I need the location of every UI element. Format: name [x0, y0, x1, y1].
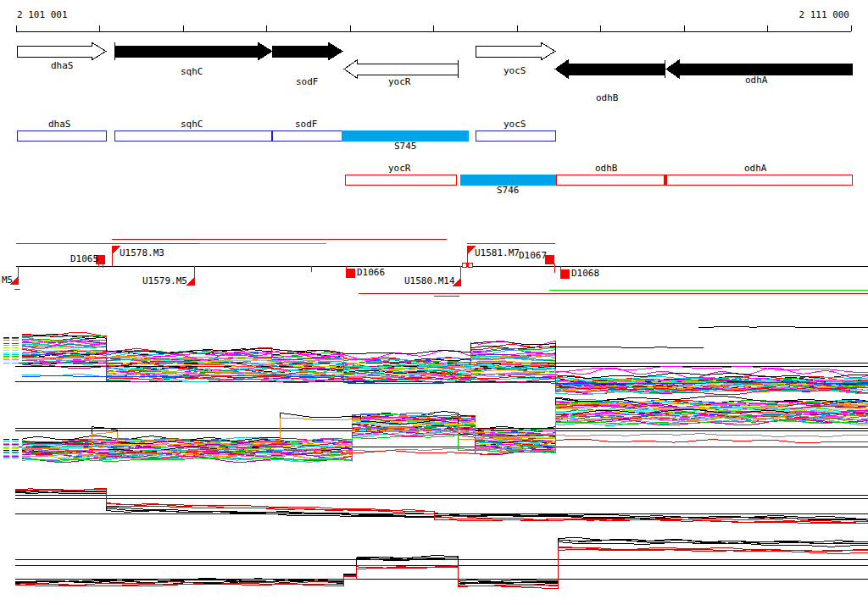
- gene-label-sqhC: sqhC: [181, 66, 203, 77]
- unit-box-odhA[interactable]: [667, 175, 853, 186]
- probe-label-U1580.M14: U1580.M14: [404, 275, 455, 286]
- unit-box-yocR[interactable]: [346, 175, 457, 186]
- forward-signal-experiment-outlier-trace-6: [555, 347, 704, 348]
- probe-label-M5: M5: [2, 275, 13, 286]
- unit-box-yocS[interactable]: [476, 131, 556, 142]
- unit-label-sqhC-sodF: sodF: [295, 119, 318, 130]
- reverse-signal-control-trace-3: [15, 540, 868, 585]
- probe-mini-square-1: [468, 263, 472, 267]
- unit-label-yocR: yocR: [388, 163, 411, 174]
- reverse-signal-control-trace-5: [15, 547, 868, 586]
- unit-label-S745: S745: [394, 141, 417, 152]
- probe-label-D1066: D1066: [357, 267, 385, 278]
- gene-arrow-sodF[interactable]: [272, 42, 342, 60]
- unit-box-dhaS[interactable]: [18, 131, 107, 142]
- unit-thick-edge-odhA: [664, 175, 666, 186]
- unit-label-odhB: odhB: [595, 163, 618, 174]
- gene-arrow-sqhC[interactable]: [114, 42, 272, 60]
- unit-label-dhaS: dhaS: [48, 119, 71, 130]
- probe-square-D1068[interactable]: [560, 269, 570, 279]
- probe-label-U1581.M7: U1581.M7: [475, 247, 520, 258]
- probe-label-D1065: D1065: [70, 253, 98, 264]
- gene-label-yocS: yocS: [504, 65, 526, 76]
- probe-label-D1067: D1067: [519, 250, 547, 261]
- probe-mini-square-0: [462, 263, 466, 267]
- unit-label-sqhC-sodF: sqhC: [181, 119, 203, 130]
- forward-signal-experiment-outlier-trace-5: [698, 327, 868, 328]
- browser-graphics: dhaSsqhCsodFyocRyocSodhBodhAdhaSsqhCsodF…: [0, 0, 868, 605]
- gene-label-odhB: odhB: [596, 92, 619, 103]
- probe-label-D1068: D1068: [571, 268, 599, 279]
- reverse-signal-control-trace-2: [15, 542, 868, 584]
- gene-arrow-odhB[interactable]: [555, 60, 665, 78]
- gene-label-sodF: sodF: [296, 76, 319, 87]
- probe-label-U1578.M3: U1578.M3: [120, 247, 164, 258]
- probe-square-D1066[interactable]: [346, 269, 355, 278]
- genome-browser-view: 2 101 001 2 111 000 dhaSsqhCsodFyocRyocS…: [0, 0, 868, 605]
- unit-label-S746: S746: [497, 185, 520, 196]
- unit-box-sqhC-sodF[interactable]: [115, 131, 342, 142]
- forward-signal-experiment-outlier-trace-0: [22, 341, 868, 378]
- gene-label-odhA: odhA: [745, 75, 768, 86]
- unit-label-yocS: yocS: [504, 119, 526, 130]
- unit-box-odhB[interactable]: [557, 175, 665, 186]
- gene-arrow-yocS[interactable]: [476, 42, 555, 60]
- gene-arrow-yocR[interactable]: [344, 60, 458, 78]
- reverse-signal-control-trace-1: [15, 540, 868, 583]
- gene-label-yocR: yocR: [388, 76, 411, 87]
- probe-label-U1579.M5: U1579.M5: [142, 275, 187, 286]
- gene-label-dhaS: dhaS: [51, 60, 74, 71]
- gene-arrow-dhaS[interactable]: [17, 42, 106, 60]
- unit-label-odhA: odhA: [744, 163, 767, 174]
